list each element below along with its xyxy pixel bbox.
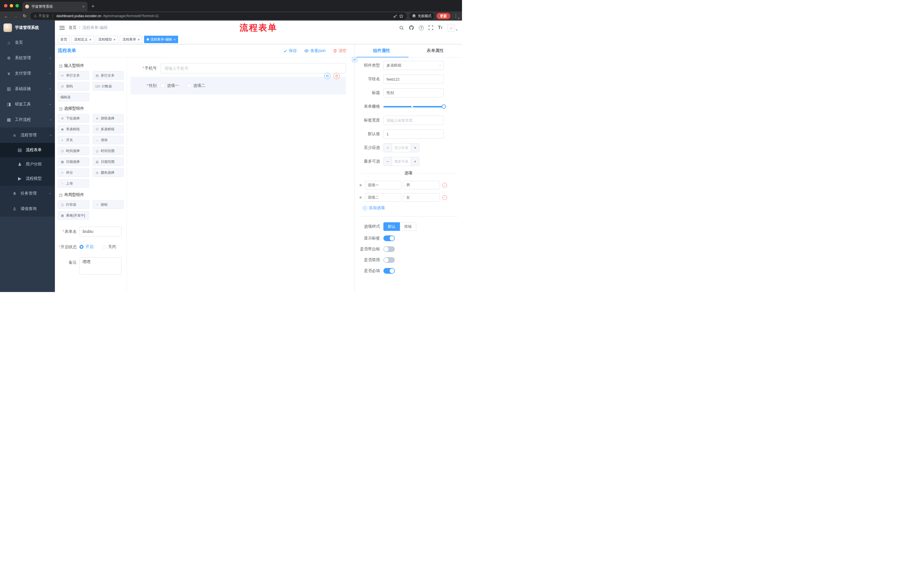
tag-close-icon[interactable]: × bbox=[89, 38, 91, 41]
stepper-plus-button[interactable]: + bbox=[411, 157, 419, 166]
address-bar[interactable]: ⚠ 不安全 dashboard.yudao.iocoder.cn /bpm/ma… bbox=[30, 12, 407, 20]
browser-tab[interactable]: 芋道管理系统 × bbox=[22, 2, 87, 12]
drag-option-icon[interactable]: ≡ bbox=[358, 183, 363, 188]
delete-component-button[interactable] bbox=[333, 73, 340, 79]
fullscreen-icon[interactable] bbox=[429, 25, 433, 30]
tab-form-props[interactable]: 表单属性 bbox=[409, 44, 462, 57]
palette-item-cascader[interactable]: ⋔级联选择 bbox=[92, 114, 124, 123]
palette-item-upload[interactable]: ↑上传 bbox=[58, 179, 89, 188]
palette-item-rate[interactable]: ☆评分 bbox=[58, 168, 89, 177]
github-icon[interactable] bbox=[409, 25, 414, 30]
default-value-input[interactable] bbox=[383, 130, 444, 138]
palette-item-password[interactable]: ⊡密码 bbox=[58, 82, 89, 90]
tag-process-form-edit[interactable]: 流程表单-编辑 × bbox=[144, 36, 178, 43]
sidebar-item-leave-query[interactable]: ♙ 请假查询 bbox=[0, 201, 55, 217]
sidebar-item-system-management[interactable]: ⊛ 系统管理 › bbox=[0, 50, 55, 66]
palette-item-multi-line-text[interactable]: ▤多行文本 bbox=[92, 71, 124, 80]
window-zoom-button[interactable] bbox=[15, 4, 19, 7]
selected-component-gender[interactable]: *性别 选项一 选项二 bbox=[130, 77, 346, 95]
gender-option-1-checkbox[interactable]: 选项一 bbox=[161, 83, 179, 88]
tag-close-icon[interactable]: × bbox=[114, 38, 116, 41]
font-size-icon[interactable]: TT bbox=[438, 25, 442, 30]
palette-item-date-range[interactable]: ▥日期范围 bbox=[92, 158, 124, 166]
style-button-button[interactable]: 按钮 bbox=[400, 222, 416, 231]
palette-item-table-dev[interactable]: ▦表格[开发中] bbox=[58, 211, 89, 220]
tag-process-form[interactable]: 流程表单 × bbox=[120, 36, 142, 43]
disabled-switch[interactable] bbox=[383, 257, 395, 263]
tag-close-icon[interactable]: × bbox=[137, 38, 140, 41]
add-option-button[interactable]: + 添加选项 bbox=[363, 206, 462, 211]
border-switch[interactable] bbox=[383, 246, 395, 252]
style-default-button[interactable]: 默认 bbox=[383, 222, 400, 231]
sidebar-item-user-group[interactable]: ♟ 用户分组 bbox=[0, 157, 55, 171]
tag-process-definition[interactable]: 流程定义 × bbox=[71, 36, 94, 43]
tab-close-icon[interactable]: × bbox=[82, 4, 85, 9]
remove-option-button[interactable]: − bbox=[442, 183, 447, 188]
sidebar-item-dev-tools[interactable]: ◨ 研发工具 › bbox=[0, 97, 55, 112]
save-button[interactable]: 保存 bbox=[283, 48, 297, 53]
palette-item-time-range[interactable]: ◶时间范围 bbox=[92, 146, 124, 155]
form-name-input[interactable] bbox=[79, 227, 122, 236]
link-icon[interactable] bbox=[352, 57, 357, 62]
window-minimize-button[interactable] bbox=[10, 4, 13, 7]
security-warning-icon[interactable]: ⚠ bbox=[34, 14, 37, 18]
palette-item-radio-group[interactable]: ◉单选框组 bbox=[58, 125, 89, 133]
hamburger-icon[interactable] bbox=[59, 26, 64, 30]
tag-home[interactable]: 首页 bbox=[58, 36, 70, 43]
back-button[interactable]: ← bbox=[3, 14, 10, 18]
slider-track[interactable] bbox=[383, 106, 444, 107]
tag-process-model[interactable]: 流程模型 × bbox=[96, 36, 118, 43]
gender-option-2-checkbox[interactable]: 选项二 bbox=[187, 83, 205, 88]
remark-textarea[interactable]: 嘿嘿 bbox=[79, 257, 122, 275]
sidebar-item-workflow[interactable]: ▦ 工作流程 › bbox=[0, 112, 55, 127]
palette-item-single-line-text[interactable]: ▭单行文本 bbox=[58, 71, 89, 80]
search-icon[interactable] bbox=[399, 25, 404, 30]
breadcrumb-home[interactable]: 首页 bbox=[69, 25, 77, 30]
help-icon[interactable]: ? bbox=[419, 25, 424, 30]
show-label-switch[interactable] bbox=[383, 235, 395, 241]
tab-component-props[interactable]: 组件属性 bbox=[355, 44, 409, 57]
status-off-radio[interactable]: 关闭 bbox=[102, 244, 116, 249]
option-2-name-input[interactable] bbox=[365, 193, 401, 202]
required-switch[interactable] bbox=[383, 268, 395, 274]
avatar[interactable] bbox=[447, 24, 455, 32]
sidebar-item-payment-management[interactable]: ¥ 支付管理 › bbox=[0, 66, 55, 81]
field-name-input[interactable] bbox=[383, 74, 444, 84]
tag-close-icon[interactable]: × bbox=[173, 38, 176, 41]
option-1-name-input[interactable] bbox=[365, 181, 401, 189]
palette-item-switch[interactable]: ◐开关 bbox=[58, 136, 89, 144]
option-1-value-input[interactable] bbox=[404, 181, 440, 189]
new-tab-button[interactable]: + bbox=[91, 3, 94, 9]
drag-option-icon[interactable]: ≡ bbox=[358, 195, 363, 200]
palette-item-color-picker[interactable]: ◎颜色选择 bbox=[92, 168, 124, 177]
palette-item-counter[interactable]: 123计数器 bbox=[92, 82, 124, 90]
sidebar-item-task-management[interactable]: ⋔ 任务管理 › bbox=[0, 186, 55, 201]
chrome-update-button[interactable]: 更新 bbox=[437, 13, 450, 19]
stepper-minus-button[interactable]: − bbox=[384, 157, 392, 166]
palette-item-button[interactable]: ☝按钮 bbox=[92, 200, 124, 209]
palette-item-date-picker[interactable]: ▦日期选择 bbox=[58, 158, 89, 166]
stepper-plus-button[interactable]: + bbox=[411, 143, 419, 152]
label-width-input[interactable] bbox=[383, 116, 444, 125]
title-input[interactable] bbox=[383, 88, 444, 97]
clear-button[interactable]: 清空 bbox=[333, 48, 346, 53]
form-grid-slider[interactable] bbox=[383, 102, 444, 111]
password-key-icon[interactable] bbox=[393, 14, 398, 18]
sidebar-item-home[interactable]: ⌂ 首页 bbox=[0, 35, 55, 50]
sidebar-item-infrastructure[interactable]: ▥ 基础设施 › bbox=[0, 81, 55, 97]
palette-item-checkbox-group[interactable]: ☑多选框组 bbox=[92, 125, 124, 133]
bookmark-star-icon[interactable] bbox=[399, 14, 403, 18]
option-2-value-input[interactable] bbox=[404, 193, 440, 202]
copy-component-button[interactable] bbox=[324, 73, 330, 79]
remove-option-button[interactable]: − bbox=[442, 195, 447, 200]
slider-handle[interactable] bbox=[442, 105, 446, 109]
sidebar-item-process-management[interactable]: ≡ 流程管理 › bbox=[0, 127, 55, 143]
user-avatar-wrap[interactable]: ▾ bbox=[447, 24, 457, 32]
palette-item-rich-editor[interactable]: 编辑器 bbox=[58, 93, 89, 102]
max-select-value[interactable]: 最多可选 bbox=[392, 157, 411, 166]
component-type-select[interactable] bbox=[383, 61, 444, 70]
min-select-value[interactable]: 至少应选 bbox=[392, 143, 411, 152]
palette-item-slider[interactable]: ↔滑块 bbox=[92, 136, 124, 144]
palette-item-select[interactable]: ⊚下拉选择 bbox=[58, 114, 89, 123]
stepper-minus-button[interactable]: − bbox=[384, 143, 392, 152]
